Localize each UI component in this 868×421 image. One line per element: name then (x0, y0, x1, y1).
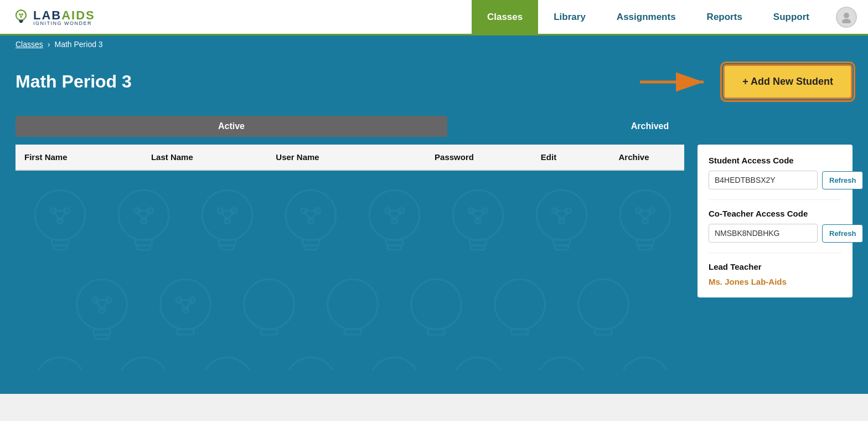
col-password: Password (395, 145, 514, 170)
coteacher-access-code-input[interactable] (709, 224, 818, 243)
svg-point-61 (453, 190, 503, 240)
svg-rect-7 (19, 20, 23, 22)
page-header: Math Period 3 + Add New Student (0, 53, 868, 116)
svg-line-20 (53, 210, 60, 220)
table-section: First Name Last Name User Name Password … (16, 145, 684, 378)
svg-line-48 (311, 210, 318, 220)
coteacher-refresh-button[interactable]: Refresh (822, 224, 863, 243)
svg-line-92 (95, 300, 102, 310)
svg-rect-8 (19, 22, 22, 23)
nav-assignments[interactable]: Assignments (601, 0, 691, 35)
student-access-code-input[interactable] (709, 171, 818, 189)
header-actions: + Add New Student (640, 64, 852, 99)
svg-point-120 (453, 357, 503, 370)
svg-line-56 (388, 210, 394, 220)
col-firstname: First Name (16, 145, 142, 170)
svg-point-107 (328, 279, 378, 330)
svg-rect-60 (388, 245, 401, 250)
svg-point-16 (35, 190, 85, 240)
svg-point-25 (118, 190, 169, 240)
svg-rect-87 (638, 245, 652, 250)
svg-point-116 (118, 357, 169, 370)
svg-rect-114 (595, 329, 612, 335)
svg-point-88 (77, 279, 127, 330)
logo-icon (11, 7, 31, 27)
svg-line-30 (144, 210, 151, 220)
coteacher-access-code-label: Co-Teacher Access Code (709, 209, 841, 218)
nav-reports[interactable]: Reports (691, 0, 758, 35)
svg-line-39 (228, 210, 234, 220)
svg-rect-112 (512, 329, 528, 335)
arrow-annotation (640, 69, 712, 95)
svg-rect-104 (177, 329, 194, 335)
svg-rect-78 (555, 245, 568, 250)
svg-line-101 (179, 300, 185, 310)
nav-library[interactable]: Library (538, 0, 601, 35)
svg-line-4 (19, 14, 21, 17)
svg-line-74 (555, 210, 561, 220)
svg-line-47 (304, 210, 311, 220)
svg-rect-108 (344, 329, 361, 335)
svg-line-102 (185, 300, 192, 310)
svg-point-97 (161, 279, 211, 330)
col-archive: Archive (583, 145, 684, 170)
col-username: User Name (267, 145, 395, 170)
divider-1 (709, 199, 841, 200)
svg-rect-106 (261, 329, 277, 335)
svg-line-83 (638, 210, 645, 220)
logo: LABAIDS IGNITING WONDER (11, 7, 95, 27)
svg-point-115 (35, 357, 85, 370)
svg-point-12 (844, 13, 849, 18)
page-title: Math Period 3 (16, 71, 132, 92)
svg-point-52 (369, 190, 420, 240)
avatar-icon (840, 11, 852, 23)
nav-support[interactable]: Support (758, 0, 825, 35)
student-access-code-label: Student Access Code (709, 156, 841, 165)
table-header: First Name Last Name User Name Password … (16, 145, 684, 170)
lead-teacher-label: Lead Teacher (709, 262, 841, 271)
breadcrumb: Classes › Math Period 3 (0, 35, 868, 53)
background-pattern (16, 171, 684, 370)
sidebar-panel: Student Access Code Refresh Co-Teacher A… (698, 145, 852, 297)
svg-point-117 (202, 357, 252, 370)
add-student-button[interactable]: + Add New Student (723, 64, 852, 99)
content-area: First Name Last Name User Name Password … (0, 145, 868, 394)
user-avatar[interactable] (836, 7, 857, 28)
svg-rect-42 (220, 245, 234, 250)
svg-point-111 (495, 279, 545, 330)
svg-line-84 (645, 210, 652, 220)
svg-rect-110 (428, 329, 445, 335)
svg-line-38 (220, 210, 227, 220)
svg-line-57 (395, 210, 401, 220)
coteacher-access-code-row: Refresh (709, 224, 841, 243)
col-lastname: Last Name (142, 145, 267, 170)
svg-point-34 (202, 190, 252, 240)
tabs-bar: Active Archived (0, 116, 868, 145)
nav-links: Classes Library Assignments Reports Supp… (472, 0, 825, 35)
col-edit: Edit (514, 145, 583, 170)
svg-line-93 (102, 300, 108, 310)
svg-line-29 (137, 210, 143, 220)
student-table: First Name Last Name User Name Password … (16, 145, 684, 171)
svg-point-43 (286, 190, 336, 240)
svg-point-119 (369, 357, 420, 370)
svg-point-13 (842, 19, 851, 23)
svg-rect-51 (304, 245, 317, 250)
breadcrumb-current: Math Period 3 (54, 40, 102, 49)
svg-rect-96 (95, 335, 108, 339)
svg-line-5 (21, 14, 23, 17)
logo-tagline: IGNITING WONDER (33, 20, 95, 26)
breadcrumb-classes-link[interactable]: Classes (16, 40, 43, 49)
student-refresh-button[interactable]: Refresh (822, 171, 863, 189)
svg-point-121 (536, 357, 587, 370)
svg-point-118 (286, 357, 336, 370)
nav-classes[interactable]: Classes (472, 0, 538, 35)
logo-aids: AIDS (61, 8, 95, 22)
tab-archived[interactable]: Archived (447, 116, 852, 137)
svg-point-79 (620, 190, 670, 240)
svg-line-66 (478, 210, 485, 220)
empty-table-area (16, 171, 684, 370)
tab-active[interactable]: Active (16, 116, 447, 137)
svg-line-75 (562, 210, 569, 220)
svg-point-122 (620, 357, 670, 370)
